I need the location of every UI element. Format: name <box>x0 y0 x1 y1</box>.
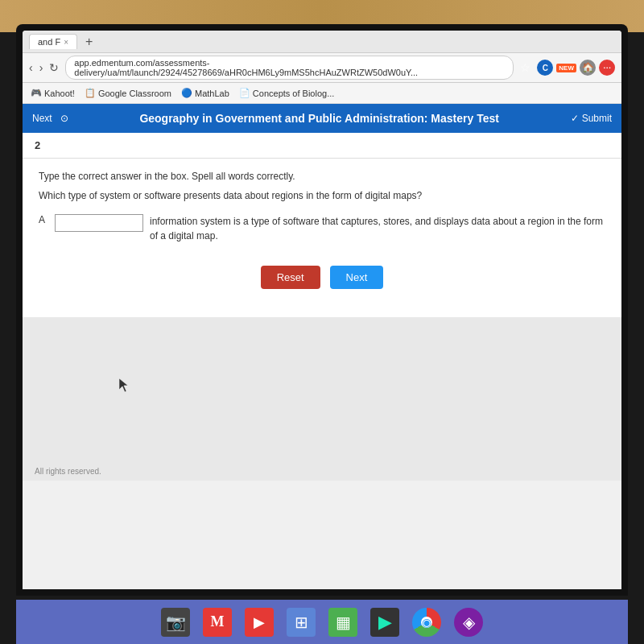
bookmark-mathlab[interactable]: 🔵 MathLab <box>181 88 229 99</box>
taskbar-chrome[interactable]: ◉ <box>412 608 441 637</box>
nav-circle-icon: ⊙ <box>60 113 68 124</box>
google-classroom-icon: 📋 <box>85 88 96 99</box>
question-number-bar: 2 <box>23 133 621 159</box>
taskbar-files[interactable]: ⊞ <box>287 608 316 637</box>
bookmark-kahoot[interactable]: 🎮 Kahoot! <box>31 88 75 99</box>
answer-suffix-text: information system is a type of software… <box>150 214 605 243</box>
gmail-icon: M <box>211 613 225 630</box>
kahoot-icon: 🎮 <box>31 88 42 99</box>
title-bar: and F × + <box>23 31 621 53</box>
question-container: 2 Type the correct answer in the box. Sp… <box>23 133 621 317</box>
main-content: 2 Type the correct answer in the box. Sp… <box>23 133 621 589</box>
extension-icon-3: ⋯ <box>599 60 615 76</box>
forward-button[interactable]: › <box>39 61 43 74</box>
new-tab-button[interactable]: + <box>82 35 96 49</box>
copyright-text: All rights reserved. <box>23 462 621 481</box>
mathlab-label: MathLab <box>195 89 229 98</box>
answer-label: A <box>39 214 48 225</box>
tab-title: and F <box>38 37 60 47</box>
kahoot-label: Kahoot! <box>44 89 75 98</box>
drive-icon: ▦ <box>336 613 351 632</box>
question-body: Type the correct answer in the box. Spel… <box>23 159 621 317</box>
mathlab-icon: 🔵 <box>181 88 192 99</box>
question-instruction: Type the correct answer in the box. Spel… <box>39 171 605 182</box>
taskbar-youtube[interactable]: ▶ <box>245 608 274 637</box>
app-title: Geography in Government and Public Admin… <box>139 112 499 125</box>
files-icon: ⊞ <box>295 613 308 632</box>
question-number: 2 <box>35 139 40 151</box>
extension-icon-2: 🏠 <box>580 60 596 76</box>
answer-input[interactable] <box>55 214 143 232</box>
taskbar-camera[interactable]: 📷 <box>161 608 190 637</box>
tab-close-icon[interactable]: × <box>64 38 68 47</box>
footer-area <box>23 317 621 462</box>
new-badge: NEW <box>556 64 576 72</box>
next-nav-label[interactable]: Next <box>32 113 52 124</box>
concepts-label: Concepts of Biolog... <box>253 89 335 98</box>
bookmark-star-icon[interactable]: ☆ <box>520 61 530 74</box>
bookmark-concepts-biolog[interactable]: 📄 Concepts of Biolog... <box>239 88 335 99</box>
taskbar-play[interactable]: ▶ <box>370 608 399 637</box>
browser-tab[interactable]: and F × <box>29 34 77 49</box>
reload-button[interactable]: ↻ <box>49 61 59 74</box>
taskbar: 📷 M ▶ ⊞ ▦ ▶ ◉ ◈ <box>16 600 628 644</box>
browser-window: and F × + ‹ › ↻ app.edmentum.com/assessm… <box>23 31 621 589</box>
app-header: Next ⊙ Geography in Government and Publi… <box>23 104 621 133</box>
taskbar-drive[interactable]: ▦ <box>328 608 357 637</box>
answer-row: A information system is a type of softwa… <box>39 214 605 243</box>
youtube-icon: ▶ <box>254 613 265 631</box>
app-header-left: Next ⊙ <box>32 113 68 124</box>
submit-button[interactable]: ✓ Submit <box>571 113 612 124</box>
play-icon: ▶ <box>378 612 392 633</box>
extension-icon-1: C <box>537 60 553 76</box>
question-text: Which type of system or software present… <box>39 190 605 201</box>
back-button[interactable]: ‹ <box>29 61 33 74</box>
reset-button[interactable]: Reset <box>261 266 320 289</box>
concepts-icon: 📄 <box>239 88 250 99</box>
camera-icon: 📷 <box>166 613 186 632</box>
button-row: Reset Next <box>39 250 605 305</box>
submit-label: Submit <box>582 113 612 124</box>
bookmarks-bar: 🎮 Kahoot! 📋 Google Classroom 🔵 MathLab 📄… <box>23 83 621 104</box>
laptop-bezel: and F × + ‹ › ↻ app.edmentum.com/assessm… <box>16 24 628 596</box>
bookmark-google-classroom[interactable]: 📋 Google Classroom <box>85 88 171 99</box>
taskbar-gmail[interactable]: M <box>203 608 232 637</box>
address-bar: ‹ › ↻ app.edmentum.com/assessments-deliv… <box>23 53 621 83</box>
browser-icons: C NEW 🏠 ⋯ <box>537 60 615 76</box>
address-input[interactable]: app.edmentum.com/assessments-delivery/ua… <box>65 56 514 80</box>
taskbar-purple-app[interactable]: ◈ <box>454 608 483 637</box>
next-button[interactable]: Next <box>330 266 384 289</box>
google-classroom-label: Google Classroom <box>98 89 171 98</box>
submit-check-icon: ✓ <box>571 113 579 124</box>
purple-app-icon: ◈ <box>463 613 475 632</box>
chrome-icon: ◉ <box>421 617 432 628</box>
